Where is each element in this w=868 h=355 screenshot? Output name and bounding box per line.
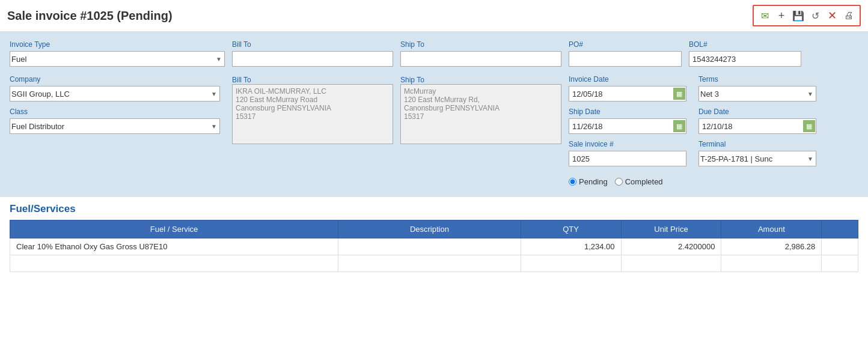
services-title: Fuel/Services — [10, 203, 858, 215]
header-unit-price: Unit Price — [621, 220, 721, 238]
left-column: Company SGII Group, LLC Class Fuel Distr… — [10, 75, 232, 186]
due-date-group: Due Date ▦ — [698, 108, 821, 140]
class-label: Class — [10, 108, 220, 116]
invoice-date-wrapper: ▦ — [569, 86, 686, 102]
undo-button[interactable]: ↺ — [807, 8, 823, 23]
bill-to-textarea[interactable]: IKRA OIL-MCMURRAY, LLC 120 East McMurray… — [232, 84, 393, 144]
due-date-label: Due Date — [698, 108, 816, 116]
row2-extra — [822, 255, 858, 272]
table-header-row: Fuel / Service Description QTY Unit Pric… — [10, 220, 858, 238]
print-icon: 🖨 — [844, 10, 854, 21]
table-row: Clear 10% Ethanol Oxy Gas Gross U87E10 1… — [10, 238, 858, 255]
class-select-wrapper: Fuel Distributor — [10, 118, 220, 134]
terminal-select[interactable]: T-25-PA-1781 | Sunc — [698, 151, 816, 166]
ship-date-group: Ship Date ▦ — [569, 108, 691, 140]
row2-amount — [721, 255, 822, 272]
email-icon: ✉ — [761, 10, 769, 22]
page-wrapper: Sale invoice #1025 (Pending) ✉ + 💾 ↺ ✕ 🖨 — [0, 0, 868, 355]
bill-to-label: Bill To — [232, 40, 393, 49]
header-fuel-service: Fuel / Service — [10, 220, 338, 238]
ship-date-wrapper: ▦ — [569, 118, 686, 134]
header-qty: QTY — [521, 220, 621, 238]
bill-to-input-group: Bill To — [232, 40, 400, 73]
row2-qty — [521, 255, 621, 272]
add-button[interactable]: + — [774, 8, 789, 23]
invoice-date-group: Invoice Date ▦ — [569, 75, 691, 108]
pending-label: Pending — [579, 177, 608, 186]
row1-fuel-service: Clear 10% Ethanol Oxy Gas Gross U87E10 — [10, 238, 338, 255]
print-button[interactable]: 🖨 — [841, 8, 857, 23]
email-button[interactable]: ✉ — [757, 8, 772, 23]
invoice-date-label: Invoice Date — [569, 75, 686, 83]
po-group: PO# — [569, 40, 689, 73]
ship-to-input-group: Ship To — [400, 40, 569, 73]
header-actions-bar: ✉ + 💾 ↺ ✕ 🖨 — [753, 5, 861, 26]
bol-input[interactable] — [689, 51, 801, 67]
due-date-cal-icon[interactable]: ▦ — [803, 120, 815, 132]
header: Sale invoice #1025 (Pending) ✉ + 💾 ↺ ✕ 🖨 — [0, 0, 868, 32]
terms-select[interactable]: Net 3 — [698, 86, 816, 102]
terminal-group: Terminal T-25-PA-1781 | Sunc — [698, 140, 821, 172]
company-label: Company — [10, 75, 220, 83]
sale-invoice-input[interactable] — [569, 151, 686, 166]
ship-to-textarea-label: Ship To — [400, 76, 424, 84]
sale-invoice-group: Sale invoice # — [569, 140, 691, 172]
completed-label: Completed — [625, 177, 663, 186]
bol-group: BOL# — [689, 40, 806, 73]
header-amount: Amount — [721, 220, 822, 238]
row1-description — [338, 238, 521, 255]
invoice-date-input[interactable] — [569, 86, 686, 102]
bill-to-input[interactable] — [232, 51, 393, 67]
completed-radio[interactable] — [615, 178, 623, 186]
status-group: Pending Completed — [569, 172, 821, 186]
ship-to-label: Ship To — [400, 40, 561, 49]
terminal-label: Terminal — [698, 140, 816, 148]
row1-qty: 1,234.00 — [521, 238, 621, 255]
ship-date-cal-icon[interactable]: ▦ — [673, 120, 685, 132]
terms-select-wrapper: Net 3 — [698, 86, 816, 102]
due-date-wrapper: ▦ — [698, 118, 816, 134]
invoice-type-group: Invoice Type Fuel — [10, 40, 232, 73]
pending-radio[interactable] — [569, 178, 576, 186]
terminal-select-wrapper: T-25-PA-1781 | Sunc — [698, 151, 816, 166]
close-button[interactable]: ✕ — [824, 8, 840, 23]
bol-label: BOL# — [689, 40, 801, 49]
class-select[interactable]: Fuel Distributor — [10, 118, 220, 134]
services-section: Fuel/Services Fuel / Service Description… — [0, 197, 868, 278]
ship-to-textarea[interactable]: McMurray 120 East McMurray Rd, Canonsbur… — [400, 84, 561, 144]
right-column: Invoice Date ▦ Terms Net 3 — [569, 75, 821, 186]
header-extra — [822, 220, 858, 238]
header-description: Description — [338, 220, 521, 238]
row1-unit-price: 2.4200000 — [621, 238, 721, 255]
po-label: PO# — [569, 40, 682, 49]
invoice-date-cal-icon[interactable]: ▦ — [673, 88, 685, 100]
company-select[interactable]: SGII Group, LLC — [10, 86, 220, 102]
ship-to-textarea-group: Ship To McMurray 120 East McMurray Rd, C… — [400, 75, 569, 186]
pending-radio-label[interactable]: Pending — [569, 177, 608, 186]
row1-extra — [822, 238, 858, 255]
invoice-type-select[interactable]: Fuel — [10, 51, 225, 67]
form-area: Invoice Type Fuel Bill To Ship To PO# — [0, 32, 868, 197]
page-title: Sale invoice #1025 (Pending) — [7, 9, 173, 23]
class-group: Class Fuel Distributor — [10, 108, 225, 140]
form-row-2: Company SGII Group, LLC Class Fuel Distr… — [10, 75, 858, 186]
po-input[interactable] — [569, 51, 682, 67]
close-icon: ✕ — [828, 9, 837, 22]
sale-invoice-label: Sale invoice # — [569, 140, 686, 148]
due-date-input[interactable] — [698, 118, 816, 134]
row2-fuel-service — [10, 255, 338, 272]
ship-date-label: Ship Date — [569, 108, 686, 116]
bill-to-textarea-label: Bill To — [232, 76, 251, 84]
bill-to-textarea-group: Bill To IKRA OIL-MCMURRAY, LLC 120 East … — [232, 75, 400, 186]
table-row — [10, 255, 858, 272]
terms-group: Terms Net 3 — [698, 75, 821, 108]
terms-label: Terms — [698, 75, 816, 83]
ship-date-input[interactable] — [569, 118, 686, 134]
ship-to-input[interactable] — [400, 51, 561, 67]
completed-radio-label[interactable]: Completed — [615, 177, 663, 186]
plus-icon: + — [778, 10, 785, 22]
row2-unit-price — [621, 255, 721, 272]
row1-amount: 2,986.28 — [721, 238, 822, 255]
save-button[interactable]: 💾 — [790, 8, 806, 23]
company-group: Company SGII Group, LLC — [10, 75, 225, 108]
